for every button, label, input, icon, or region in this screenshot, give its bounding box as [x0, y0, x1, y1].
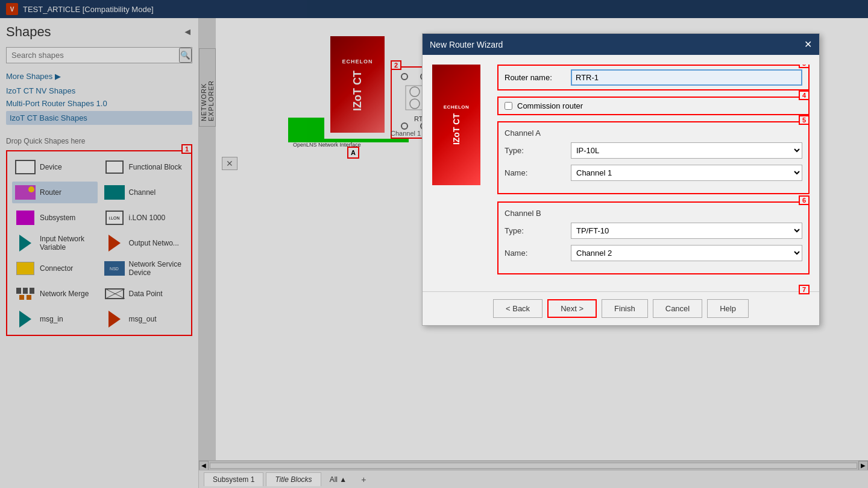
help-button[interactable]: Help [707, 299, 749, 318]
router-name-input[interactable] [571, 69, 802, 86]
channel-a-section: 5 Channel A Type: IP-10L TP/FT-10 PL-20 … [497, 121, 810, 194]
channel-b-name-select[interactable]: Channel 1 Channel 2 [571, 245, 802, 261]
channel-b-section: 6 Channel B Type: IP-10L TP/FT-10 PL-20 … [497, 201, 810, 274]
shape-item-channel[interactable]: Channel [101, 182, 187, 203]
channel-a-name-row: Name: Channel 1 Channel 2 [505, 165, 802, 181]
channel-b-type-select[interactable]: IP-10L TP/FT-10 PL-20 [571, 223, 802, 239]
channel-marker-a: A [347, 147, 359, 159]
dialog-title: New Router Wizard [430, 40, 503, 49]
shape-item-subsystem[interactable]: Subsystem [12, 207, 98, 229]
tab-all[interactable]: All ▲ [324, 473, 353, 486]
back-button[interactable]: < Back [493, 299, 542, 318]
router-icon [14, 184, 36, 201]
port-4 [401, 122, 408, 130]
cancel-button[interactable]: Cancel [653, 299, 702, 318]
app-icon: V [6, 3, 18, 15]
shape-item-nm[interactable]: Network Merge [12, 283, 98, 305]
dp-label: Data Point [129, 290, 163, 298]
port-1 [401, 73, 408, 80]
shapes-grid: 1 Device Functional Block Router [6, 150, 192, 336]
app-title: TEST_ARTICLE [Compatibility Mode] [23, 5, 154, 14]
router-shape-number: 2 [391, 60, 401, 70]
canvas-scrollbar[interactable]: ◀ ▶ [199, 460, 868, 470]
shape-item-functional[interactable]: Functional Block [101, 156, 187, 178]
scroll-track[interactable] [210, 463, 857, 469]
router-name-section: 3 Router name: [497, 65, 810, 90]
shape-item-input-nv[interactable]: Input Network Variable [12, 232, 98, 254]
shape-item-connector[interactable]: Connector [12, 258, 98, 279]
msgout-icon [104, 311, 125, 328]
collapse-button[interactable]: ◄ [183, 27, 192, 37]
commission-label: Commission router [517, 101, 583, 110]
network-explorer-tab[interactable]: NETWORK EXPLORER [199, 48, 216, 127]
input-nv-icon [14, 235, 36, 252]
shape-item-ilon[interactable]: i.LON i.LON 1000 [101, 207, 187, 229]
new-router-wizard-dialog[interactable]: New Router Wizard ✕ ECHELON IZoT CT 3 Ro… [422, 33, 820, 326]
shape-item-output-nv[interactable]: Output Netwo... [101, 232, 187, 254]
dialog-echelon-text: ECHELON [444, 104, 470, 110]
dialog-body: ECHELON IZoT CT 3 Router name: 4 [423, 55, 819, 291]
grid-number-badge: 1 [181, 144, 192, 154]
dialog-close-button[interactable]: ✕ [804, 39, 812, 50]
router-label: Router [40, 188, 61, 197]
output-nv-label: Output Netwo... [129, 239, 179, 247]
next-button[interactable]: Next > [547, 299, 597, 318]
channel-b-number: 6 [799, 195, 810, 205]
green-block [288, 118, 324, 139]
channel-label: Channel [129, 188, 156, 197]
scroll-right-arrow[interactable]: ▶ [858, 461, 868, 471]
shape-links-section: More Shapes ▶ IzoT CT NV Shapes Multi-Po… [6, 72, 192, 126]
echelon-logo: ECHELON IZoT CT [330, 36, 385, 133]
router-name-field-label: Router name: [505, 73, 571, 82]
shapes-title-text: Shapes [6, 24, 51, 40]
ilon-label: i.LON 1000 [129, 214, 166, 222]
tab-title-blocks[interactable]: Title Blocks [266, 472, 321, 486]
channel-a-title: Channel A [505, 128, 802, 138]
msgout-label: msg_out [129, 315, 157, 323]
shape-item-nsd[interactable]: NSD Network Service Device [101, 258, 187, 279]
nsd-icon: NSD [104, 260, 125, 277]
scroll-left-arrow[interactable]: ◀ [199, 461, 209, 471]
finish-button[interactable]: Finish [602, 299, 648, 318]
msgin-icon [14, 311, 36, 328]
channel-a-number: 5 [799, 115, 810, 125]
tab-add-button[interactable]: + [355, 472, 372, 487]
shape-item-msgin[interactable]: msg_in [12, 308, 98, 330]
dialog-footer: 7 < Back Next > Finish Cancel Help [423, 291, 819, 325]
nm-label: Network Merge [40, 290, 89, 298]
basic-shapes-link[interactable]: IzoT CT Basic Shapes [6, 111, 192, 125]
channel-a-name-select[interactable]: Channel 1 Channel 2 [571, 165, 802, 181]
svg-rect-1 [23, 288, 28, 294]
shape-item-dp[interactable]: Data Point [101, 283, 187, 305]
msgin-label: msg_in [40, 315, 63, 323]
shape-item-router[interactable]: Router [12, 182, 98, 203]
channel-b-type-label: Type: [505, 226, 571, 235]
commission-section-number: 4 [799, 90, 810, 100]
search-input[interactable] [7, 48, 179, 63]
more-shapes-link[interactable]: More Shapes ▶ [6, 72, 192, 81]
bottom-tabs: Subsystem 1 Title Blocks All ▲ + [199, 470, 868, 488]
drop-quick-shapes-label: Drop Quick Shapes here [6, 137, 192, 145]
channel-b-name-row: Name: Channel 1 Channel 2 [505, 245, 802, 261]
nsd-label: Network Service Device [129, 260, 184, 277]
channel-b-type-row: Type: IP-10L TP/FT-10 PL-20 [505, 223, 802, 239]
title-bar: V TEST_ARTICLE [Compatibility Mode] [0, 0, 868, 18]
canvas-close-button[interactable]: ✕ [222, 157, 237, 170]
device-label: Device [40, 163, 62, 171]
router-name-section-number: 3 [799, 65, 810, 68]
multiport-shapes-link[interactable]: Multi-Port Router Shapes 1.0 [6, 97, 192, 110]
channel-a-type-select[interactable]: IP-10L TP/FT-10 PL-20 [571, 142, 802, 159]
tab-subsystem1[interactable]: Subsystem 1 [204, 472, 263, 486]
search-button[interactable]: 🔍 [179, 48, 192, 63]
shape-item-msgout[interactable]: msg_out [101, 308, 187, 330]
dp-icon [104, 285, 125, 302]
dialog-izot-text: IZoT CT [451, 113, 461, 145]
commission-checkbox[interactable] [505, 102, 512, 110]
svg-rect-0 [16, 288, 21, 294]
nv-shapes-link[interactable]: IzoT CT NV Shapes [6, 84, 192, 97]
input-nv-label: Input Network Variable [40, 235, 95, 252]
shape-item-device[interactable]: Device [12, 156, 98, 178]
channel-label-text: Channel 1 [391, 130, 421, 137]
shapes-panel-title: Shapes ◄ [6, 24, 192, 40]
footer-number-badge: 7 [799, 285, 810, 294]
